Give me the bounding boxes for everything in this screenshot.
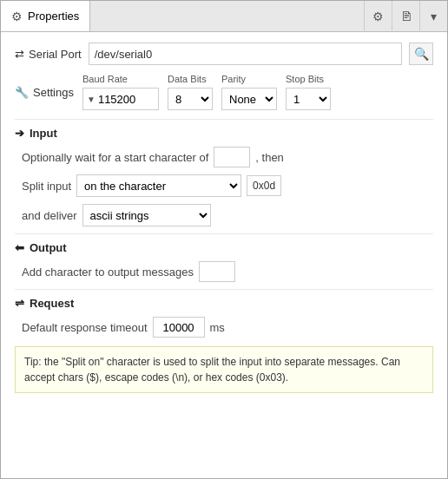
baud-rate-group: Baud Rate ▼ 115200 [82, 74, 159, 110]
output-section-body: Add character to output messages [22, 261, 433, 282]
split-select[interactable]: on the character [76, 174, 241, 197]
add-char-label: Add character to output messages [22, 266, 194, 279]
file-button[interactable]: 🖹 [392, 1, 419, 32]
output-char-input[interactable] [199, 261, 235, 282]
settings-button[interactable]: ⚙ [364, 1, 392, 32]
timeout-input[interactable] [153, 317, 205, 338]
split-label: Split input [22, 180, 71, 193]
baud-arrow-icon: ▼ [87, 95, 96, 104]
search-icon: 🔍 [414, 47, 429, 61]
data-bits-select[interactable]: 8 [168, 88, 213, 110]
content-area: ⇄ Serial Port 🔍 🔧 Settings Baud Rate ▼ 1… [1, 32, 447, 478]
divider-3 [15, 289, 433, 290]
deliver-row: and deliver ascii strings [22, 204, 433, 226]
baud-rate-label: Baud Rate [82, 74, 159, 84]
input-section-icon: ➔ [15, 127, 24, 140]
main-window: ⚙ Properties ⚙ 🖹 ▾ ⇄ Serial Port 🔍 🔧 Se [0, 0, 448, 479]
wait-row: Optionally wait for a start character of… [22, 147, 433, 167]
input-section-body: Optionally wait for a start character of… [22, 147, 433, 226]
settings-label: 🔧 Settings [15, 86, 82, 99]
divider-2 [15, 233, 433, 234]
wait-label: Optionally wait for a start character of [22, 151, 208, 164]
serial-port-input[interactable] [89, 43, 402, 65]
request-section-body: Default response timeout ms [22, 317, 433, 338]
timeout-label: Default response timeout [22, 321, 148, 334]
request-section-label: Request [30, 297, 74, 310]
baud-rate-value: 115200 [98, 93, 135, 106]
ms-label: ms [210, 321, 225, 334]
request-section-header: ⇌ Request [15, 297, 433, 310]
titlebar-actions: ⚙ 🖹 ▾ [364, 1, 447, 31]
parity-group: Parity None [221, 74, 277, 110]
serial-port-search-button[interactable]: 🔍 [409, 43, 433, 65]
serial-port-label: ⇄ Serial Port [15, 48, 82, 61]
then-label: , then [255, 151, 284, 164]
serial-port-row: ⇄ Serial Port 🔍 [15, 43, 433, 65]
tip-box: Tip: the "Split on" character is used to… [15, 346, 433, 393]
input-section-label: Input [30, 127, 57, 140]
output-section-label: Output [30, 241, 67, 254]
hex-value: 0x0d [247, 175, 281, 196]
data-bits-label: Data Bits [168, 74, 213, 84]
start-char-input[interactable] [214, 147, 250, 167]
settings-row: 🔧 Settings Baud Rate ▼ 115200 Data Bits … [15, 74, 433, 110]
timeout-row: Default response timeout ms [22, 317, 433, 338]
tip-text: Tip: the "Split on" character is used to… [24, 356, 400, 384]
serial-port-icon: ⇄ [15, 48, 24, 61]
output-row: Add character to output messages [22, 261, 433, 282]
parity-label: Parity [221, 74, 277, 84]
settings-label-text: Settings [33, 86, 74, 99]
chevron-button[interactable]: ▾ [419, 1, 447, 32]
titlebar: ⚙ Properties ⚙ 🖹 ▾ [1, 1, 447, 32]
input-section-header: ➔ Input [15, 127, 433, 140]
stop-bits-select[interactable]: 1 [286, 88, 331, 110]
split-input-row: Split input on the character 0x0d [22, 174, 433, 197]
divider-1 [15, 119, 433, 120]
window-title: Properties [28, 10, 79, 23]
parity-select[interactable]: None [221, 88, 277, 110]
serial-port-label-text: Serial Port [29, 48, 82, 61]
output-section-header: ⬅ Output [15, 241, 433, 254]
title-tab: ⚙ Properties [1, 1, 90, 31]
title-gear-icon: ⚙ [11, 10, 23, 23]
settings-icon: 🔧 [15, 86, 29, 99]
data-bits-group: Data Bits 8 [168, 74, 213, 110]
stop-bits-group: Stop Bits 1 [286, 74, 331, 110]
request-section-icon: ⇌ [15, 297, 24, 310]
baud-group: Baud Rate ▼ 115200 Data Bits 8 Parity No… [82, 74, 331, 110]
deliver-label: and deliver [22, 209, 77, 222]
deliver-select[interactable]: ascii strings [82, 204, 211, 226]
output-section-icon: ⬅ [15, 241, 24, 254]
stop-bits-label: Stop Bits [286, 74, 331, 84]
